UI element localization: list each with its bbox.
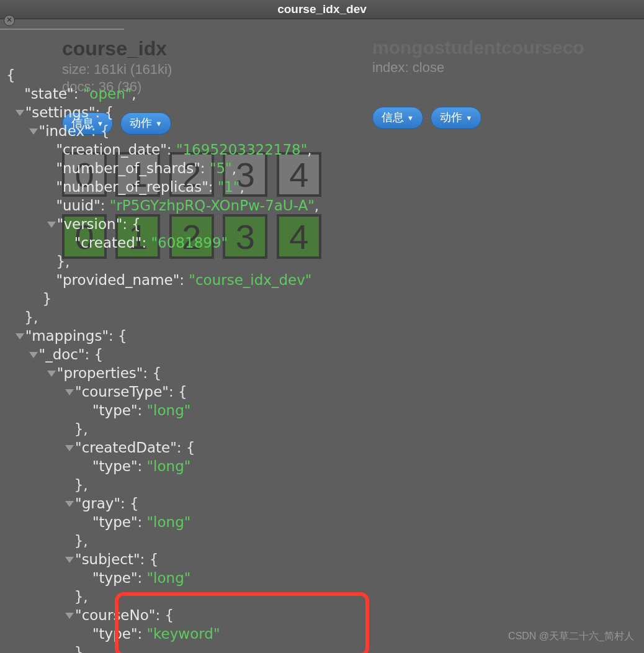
close-icon[interactable]: ✕ — [4, 15, 15, 26]
collapse-icon[interactable] — [47, 371, 56, 377]
json-key: "type" — [92, 626, 138, 642]
collapse-icon[interactable] — [29, 128, 38, 135]
collapse-icon[interactable] — [65, 501, 74, 507]
watermark: CSDN @天草二十六_简村人 — [508, 630, 634, 643]
json-key: "createdDate" — [75, 439, 177, 456]
json-key: "created" — [74, 235, 142, 251]
collapse-icon[interactable] — [65, 613, 74, 619]
window-title: course_idx_dev — [277, 2, 367, 16]
json-key: "type" — [92, 402, 138, 418]
json-key: "type" — [92, 458, 138, 474]
json-key: "index" — [39, 123, 91, 139]
json-key: "courseType" — [75, 384, 169, 400]
collapse-icon[interactable] — [65, 557, 74, 563]
json-value: "6081899" — [151, 235, 228, 251]
json-key: "number_of_shards" — [56, 160, 200, 176]
window-titlebar: course_idx_dev — [0, 0, 644, 19]
json-key: "subject" — [75, 551, 140, 567]
json-value: "course_idx_dev" — [189, 272, 311, 288]
json-key: "version" — [57, 216, 122, 232]
brace: { — [6, 67, 16, 83]
collapse-icon[interactable] — [65, 445, 74, 451]
json-key: "properties" — [57, 365, 143, 381]
collapse-icon[interactable] — [16, 333, 24, 340]
collapse-icon[interactable] — [65, 389, 74, 395]
json-key: "courseNo" — [75, 607, 155, 623]
json-tree[interactable]: { "state": "open", "settings": { "index"… — [6, 47, 638, 653]
json-key: "uuid" — [56, 197, 100, 214]
json-value: "rP5GYzhpRQ-XOnPw-7aU-A" — [110, 197, 315, 214]
collapse-icon[interactable] — [29, 352, 38, 358]
json-value: "long" — [147, 458, 191, 474]
json-value: "1" — [218, 179, 240, 195]
json-key: "settings" — [25, 104, 96, 120]
collapse-icon[interactable] — [47, 222, 56, 228]
json-key: "type" — [92, 570, 138, 586]
json-key: "type" — [92, 514, 138, 530]
json-key: "_doc" — [39, 346, 85, 363]
toolbar-divider — [0, 29, 124, 30]
json-value: "open" — [83, 86, 132, 102]
json-key: "gray" — [75, 495, 120, 511]
json-value: "1695203322178" — [176, 142, 307, 158]
json-value: "long" — [147, 402, 191, 418]
json-value: "long" — [147, 514, 191, 530]
json-value: "long" — [147, 570, 191, 586]
collapse-icon[interactable] — [16, 110, 24, 116]
json-key: "number_of_replicas" — [56, 179, 208, 195]
json-value: "5" — [210, 160, 232, 176]
json-value: "keyword" — [147, 626, 220, 642]
json-key: "creation_date" — [56, 142, 166, 158]
json-key: "mappings" — [25, 328, 109, 344]
json-key: "state" — [24, 86, 73, 102]
json-key: "provided_name" — [56, 272, 179, 288]
